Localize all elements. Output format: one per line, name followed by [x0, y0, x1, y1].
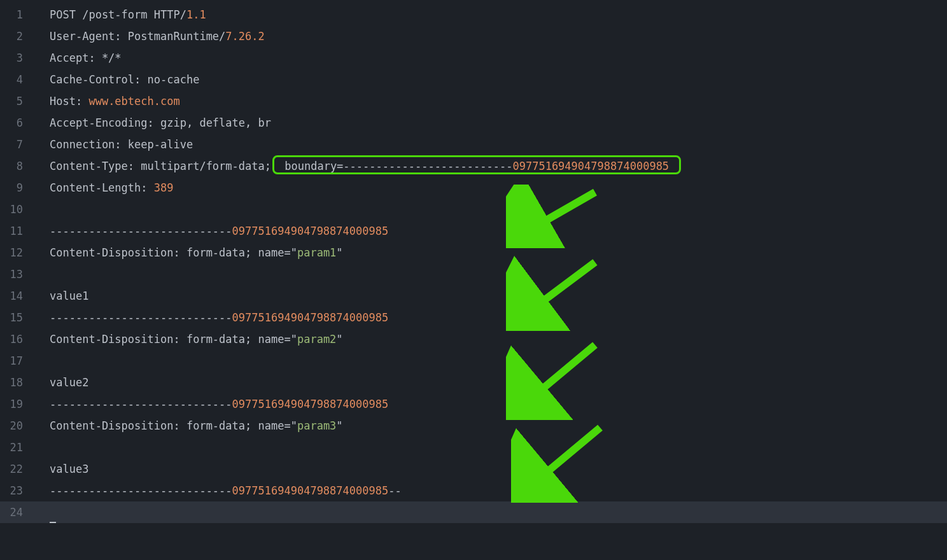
code-content: Connection: keep-alive — [34, 134, 193, 155]
code-content: Content-Disposition: form-data; name="pa… — [34, 328, 343, 350]
code-content: User-Agent: PostmanRuntime/7.26.2 — [34, 25, 265, 47]
line-number: 3 — [0, 47, 34, 69]
code-content: ----------------------------097751694904… — [34, 480, 402, 501]
line-number: 19 — [0, 393, 34, 415]
line-number: 20 — [0, 415, 34, 437]
line-number: 21 — [0, 437, 34, 458]
line-number: 16 — [0, 328, 34, 350]
code-line[interactable]: 9 Content-Length: 389 — [0, 177, 947, 199]
code-line[interactable]: 18 value2 — [0, 372, 947, 393]
code-content: ----------------------------097751694904… — [34, 393, 388, 415]
line-number: 18 — [0, 372, 34, 393]
line-number: 5 — [0, 90, 34, 112]
code-line[interactable]: 1 POST /post-form HTTP/1.1 — [0, 4, 947, 25]
code-content: POST /post-form HTTP/1.1 — [34, 4, 206, 25]
code-line[interactable]: 19 ----------------------------097751694… — [0, 393, 947, 415]
code-editor[interactable]: 1 POST /post-form HTTP/1.1 2 User-Agent:… — [0, 0, 947, 523]
code-line[interactable]: 12 Content-Disposition: form-data; name=… — [0, 242, 947, 263]
line-number: 6 — [0, 112, 34, 134]
code-line[interactable]: 10 — [0, 199, 947, 220]
code-content: ----------------------------097751694904… — [34, 220, 388, 242]
code-line[interactable]: 5 Host: www.ebtech.com — [0, 90, 947, 112]
code-line-active[interactable]: 24 — [0, 501, 947, 523]
code-line[interactable]: 17 — [0, 350, 947, 372]
line-number: 1 — [0, 4, 34, 25]
code-content: Content-Disposition: form-data; name="pa… — [34, 242, 343, 263]
line-number: 2 — [0, 25, 34, 47]
code-line[interactable]: 13 — [0, 263, 947, 285]
code-content — [34, 501, 56, 523]
code-content: Accept-Encoding: gzip, deflate, br — [34, 112, 271, 134]
code-line[interactable]: 2 User-Agent: PostmanRuntime/7.26.2 — [0, 25, 947, 47]
code-content: value2 — [34, 372, 88, 393]
line-number: 14 — [0, 285, 34, 307]
code-content: Accept: */* — [34, 47, 122, 69]
code-line[interactable]: 7 Connection: keep-alive — [0, 134, 947, 155]
code-content: Content-Type: multipart/form-data; bound… — [34, 155, 681, 177]
code-line[interactable]: 3 Accept: */* — [0, 47, 947, 69]
cursor-icon — [50, 510, 56, 523]
code-line[interactable]: 8 Content-Type: multipart/form-data; bou… — [0, 155, 947, 177]
code-line[interactable]: 14 value1 — [0, 285, 947, 307]
code-content: value3 — [34, 458, 88, 480]
code-line[interactable]: 11 ----------------------------097751694… — [0, 220, 947, 242]
annotation-box: boundary=--------------------------09775… — [272, 155, 681, 174]
code-line[interactable]: 4 Cache-Control: no-cache — [0, 69, 947, 90]
code-line[interactable]: 15 ----------------------------097751694… — [0, 307, 947, 328]
code-line[interactable]: 22 value3 — [0, 458, 947, 480]
line-number: 22 — [0, 458, 34, 480]
code-content: Content-Length: 389 — [34, 177, 173, 199]
code-content: Host: www.ebtech.com — [34, 90, 180, 112]
code-line[interactable]: 16 Content-Disposition: form-data; name=… — [0, 328, 947, 350]
line-number: 11 — [0, 220, 34, 242]
line-number: 23 — [0, 480, 34, 501]
code-line[interactable]: 23 ----------------------------097751694… — [0, 480, 947, 501]
line-number: 9 — [0, 177, 34, 199]
code-line[interactable]: 20 Content-Disposition: form-data; name=… — [0, 415, 947, 437]
line-number: 13 — [0, 263, 34, 285]
line-number: 12 — [0, 242, 34, 263]
line-number: 17 — [0, 350, 34, 372]
line-number: 7 — [0, 134, 34, 155]
line-number: 10 — [0, 199, 34, 220]
code-line[interactable]: 6 Accept-Encoding: gzip, deflate, br — [0, 112, 947, 134]
line-number: 24 — [0, 501, 34, 523]
code-line[interactable]: 21 — [0, 437, 947, 458]
code-content: ----------------------------097751694904… — [34, 307, 388, 328]
line-number: 8 — [0, 155, 34, 177]
code-content: value1 — [34, 285, 88, 307]
code-content: Cache-Control: no-cache — [34, 69, 199, 90]
line-number: 4 — [0, 69, 34, 90]
code-content: Content-Disposition: form-data; name="pa… — [34, 415, 343, 437]
line-number: 15 — [0, 307, 34, 328]
